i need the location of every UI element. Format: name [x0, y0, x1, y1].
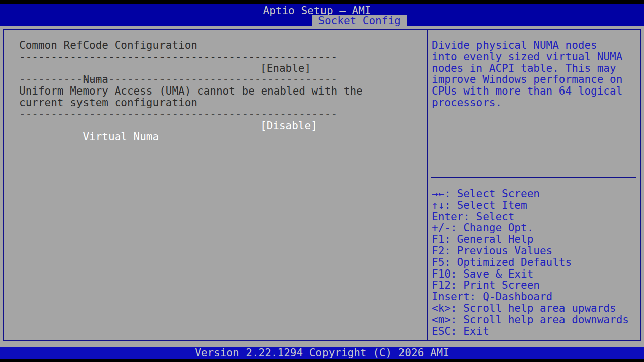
- version-text: Version 2.22.1294 Copyright (C) 2026 AMI: [0, 347, 644, 359]
- help-text: Divide physical NUMA nodes into evenly s…: [432, 40, 636, 109]
- setting-label: Virtual Numa: [83, 131, 159, 143]
- help-line: CPUs with more than 64 logical: [432, 85, 636, 97]
- settings-pane: Common RefCode Configuration -----------…: [4, 30, 427, 340]
- hotkey-f2: F2: Previous Values: [432, 245, 638, 257]
- footer-bar: Version 2.22.1294 Copyright (C) 2026 AMI: [0, 347, 644, 359]
- help-line: Divide physical NUMA nodes: [432, 40, 636, 51]
- tab-socket-config[interactable]: Socket Config: [312, 15, 407, 26]
- hotkey-f5: F5: Optimized Defaults: [432, 257, 638, 268]
- hotkey-enter: Enter: Select: [432, 211, 638, 223]
- setting-row-numa[interactable]: Numa [Enable]: [19, 63, 427, 74]
- setting-value[interactable]: [Enable]: [260, 63, 311, 74]
- divider-dashes: ----------------------------------------…: [19, 51, 427, 63]
- hotkey-legend: →←: Select Screen ↑↓: Select Item Enter:…: [432, 188, 638, 337]
- hotkey-select-screen: →←: Select Screen: [432, 188, 638, 200]
- help-line: into evenly sized virtual NUMA: [432, 51, 636, 63]
- hotkey-f12: F12: Print Screen: [432, 280, 638, 291]
- help-line: improve Windows performance on: [432, 74, 636, 85]
- setting-value[interactable]: [Disable]: [260, 120, 317, 132]
- help-line: processors.: [432, 97, 636, 109]
- header-bar: Aptio Setup – AMI Socket Config: [0, 4, 644, 26]
- bios-setup-screen: Aptio Setup – AMI Socket Config Common R…: [0, 0, 644, 362]
- setting-label: Numa: [83, 73, 108, 85]
- help-pane: Divide physical NUMA nodes into evenly s…: [428, 30, 640, 340]
- main-frame: Common RefCode Configuration -----------…: [3, 29, 641, 341]
- hotkey-scroll-down: <m>: Scroll help area downwards: [432, 314, 638, 326]
- hotkey-scroll-up: <k>: Scroll help area upwards: [432, 303, 638, 314]
- section-title: Common RefCode Configuration: [19, 40, 427, 51]
- setting-row-virtual-numa[interactable]: Virtual Numa [Disable]: [19, 120, 427, 132]
- divider-dashes: ----------------------------------------…: [19, 109, 427, 120]
- hotkey-esc: ESC: Exit: [432, 326, 638, 337]
- hotkey-change-opt: +/-: Change Opt.: [432, 222, 638, 234]
- help-divider: [431, 177, 636, 178]
- hotkey-f10: F10: Save & Exit: [432, 268, 638, 280]
- help-line: nodes in ACPI table. This may: [432, 63, 636, 74]
- hotkey-select-item: ↑↓: Select Item: [432, 200, 638, 211]
- hotkey-f1: F1: General Help: [432, 234, 638, 245]
- hotkey-insert: Insert: Q-Dashboard: [432, 291, 638, 303]
- content-area: Common RefCode Configuration -----------…: [0, 26, 644, 347]
- uma-note-line-2: current system configuration: [19, 97, 427, 109]
